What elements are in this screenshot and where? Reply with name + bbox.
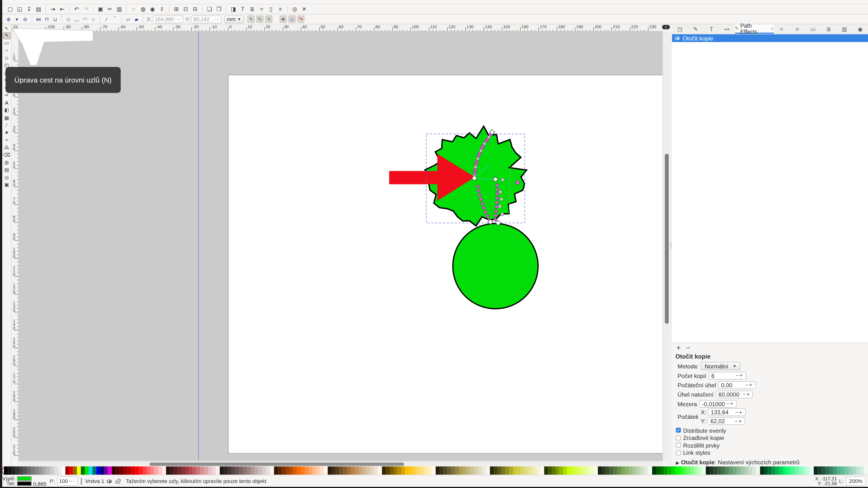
palette-swatch[interactable] xyxy=(474,466,478,475)
palette-swatch[interactable] xyxy=(517,466,521,475)
lpe-list-item-selected[interactable]: Otočit kopie xyxy=(672,34,868,42)
palette-swatch[interactable] xyxy=(471,466,474,475)
object-to-path-icon[interactable]: ▱ xyxy=(125,16,132,23)
palette-swatch[interactable] xyxy=(42,466,46,475)
join-segment-icon[interactable]: ⊓ xyxy=(43,16,50,23)
import-icon[interactable]: ↧ xyxy=(25,5,33,13)
palette-swatch[interactable] xyxy=(336,466,340,475)
palette-swatch[interactable] xyxy=(714,466,717,475)
show-clip-toggle[interactable]: ✎ xyxy=(247,16,254,23)
palette-swatch[interactable] xyxy=(62,466,66,475)
palette-swatch[interactable] xyxy=(174,466,178,475)
paste-in-place-icon[interactable]: ⇥ xyxy=(49,5,57,13)
layer-visibility-icon[interactable] xyxy=(107,479,112,483)
palette-swatch[interactable] xyxy=(151,466,154,475)
palette-swatch[interactable] xyxy=(236,466,239,475)
palette-swatch[interactable] xyxy=(123,466,127,475)
palette-swatch[interactable] xyxy=(185,466,189,475)
checkbox-icon[interactable]: ✓ xyxy=(676,428,681,433)
x-input[interactable]: 164,980 xyxy=(155,16,174,22)
palette-swatch[interactable] xyxy=(96,466,100,475)
palette-swatch[interactable] xyxy=(328,466,332,475)
palette-swatch[interactable] xyxy=(687,466,690,475)
distribute-evenly-checkbox[interactable]: ✓Distribute evenly xyxy=(672,427,868,434)
zoom-drawing-icon[interactable]: ◍ xyxy=(139,5,147,13)
unlink-clone-icon[interactable]: ⊟ xyxy=(191,5,199,13)
y-coordinate-field[interactable]: Y: 80,142−+ xyxy=(185,15,221,23)
palette-swatch[interactable] xyxy=(737,466,741,475)
palette-swatch[interactable] xyxy=(212,466,216,475)
palette-swatch[interactable] xyxy=(694,466,698,475)
checkbox-icon[interactable] xyxy=(676,450,681,455)
cut-icon[interactable]: ✂ xyxy=(106,5,114,13)
palette-swatch[interactable] xyxy=(301,466,305,475)
link-styles-checkbox[interactable]: Link styles xyxy=(672,449,868,456)
palette-swatch[interactable] xyxy=(733,466,737,475)
palette-swatch[interactable] xyxy=(679,466,683,475)
palette-swatch[interactable] xyxy=(482,466,486,475)
add-effect-button[interactable]: + xyxy=(676,343,681,352)
palette-swatch[interactable] xyxy=(583,466,586,475)
opacity-field[interactable]: 100 − + xyxy=(57,476,78,486)
palette-swatch[interactable] xyxy=(305,466,309,475)
palette-swatch[interactable] xyxy=(93,466,96,475)
palette-swatch[interactable] xyxy=(147,466,151,475)
text-dialog-icon[interactable]: T xyxy=(239,5,247,13)
palette-swatch[interactable] xyxy=(166,466,169,475)
palette-swatch[interactable] xyxy=(386,466,390,475)
palette-swatch[interactable] xyxy=(193,466,197,475)
palette-swatch[interactable] xyxy=(243,466,247,475)
palette-swatch[interactable] xyxy=(463,466,467,475)
palette-swatch[interactable] xyxy=(552,466,556,475)
palette-swatch[interactable] xyxy=(452,466,455,475)
tool-tweak[interactable]: ≈ xyxy=(2,136,11,144)
palette-swatch[interactable] xyxy=(440,466,443,475)
tool-mesh[interactable]: ▦ xyxy=(2,114,11,121)
palette-swatch[interactable] xyxy=(324,466,328,475)
palette-swatch[interactable] xyxy=(169,466,174,475)
palette-swatch[interactable] xyxy=(50,466,54,475)
palette-swatch[interactable] xyxy=(428,466,432,475)
palette-swatch[interactable] xyxy=(258,466,262,475)
palette-swatch[interactable] xyxy=(162,466,166,475)
palette-swatch[interactable] xyxy=(818,466,822,475)
palette-swatch[interactable] xyxy=(390,466,394,475)
delete-node-icon[interactable]: ⊖ xyxy=(22,16,29,23)
palette-swatch[interactable] xyxy=(154,466,158,475)
checkbox-icon[interactable] xyxy=(676,435,681,440)
cms-badge[interactable]: 1 xyxy=(662,25,670,29)
copy-icon[interactable]: ▣ xyxy=(96,5,105,13)
palette-swatch[interactable] xyxy=(671,466,675,475)
palette-swatch[interactable] xyxy=(629,466,632,475)
tab-document-properties[interactable]: ▭ xyxy=(805,24,821,34)
palette-swatch[interactable] xyxy=(528,466,532,475)
node-symmetric-icon[interactable]: ◠ xyxy=(81,16,89,23)
palette-swatch[interactable] xyxy=(425,466,428,475)
palette-swatch[interactable] xyxy=(675,466,679,475)
zoom-width-icon[interactable]: ⇳ xyxy=(158,5,166,13)
palette-swatch[interactable] xyxy=(864,466,868,475)
new-document-icon[interactable]: ▢ xyxy=(6,5,14,13)
palette-swatch[interactable] xyxy=(590,466,594,475)
palette-swatch[interactable] xyxy=(548,466,552,475)
palette-swatch[interactable] xyxy=(745,466,748,475)
remove-effect-button[interactable]: − xyxy=(686,343,690,352)
tab-symbols[interactable]: ▥ xyxy=(837,24,852,34)
path-node[interactable] xyxy=(474,166,477,169)
palette-swatch[interactable] xyxy=(15,466,19,475)
palette-swatch[interactable] xyxy=(4,466,8,475)
palette-swatch[interactable] xyxy=(143,466,147,475)
palette-swatch[interactable] xyxy=(698,466,702,475)
palette-swatch[interactable] xyxy=(262,466,266,475)
palette-swatch[interactable] xyxy=(332,466,336,475)
palette-swatch[interactable] xyxy=(791,466,795,475)
palette-swatch[interactable] xyxy=(660,466,663,475)
vertical-scrollbar-thumb[interactable] xyxy=(664,154,669,324)
palette-swatch[interactable] xyxy=(289,466,293,475)
palette-swatch[interactable] xyxy=(802,466,806,475)
tool-page[interactable]: ▤ xyxy=(2,166,11,174)
origin-x-field[interactable]: 133,64−+ xyxy=(708,408,745,416)
palette-swatch[interactable] xyxy=(38,466,42,475)
palette-swatch[interactable] xyxy=(455,466,459,475)
palette-swatch[interactable] xyxy=(779,466,783,475)
